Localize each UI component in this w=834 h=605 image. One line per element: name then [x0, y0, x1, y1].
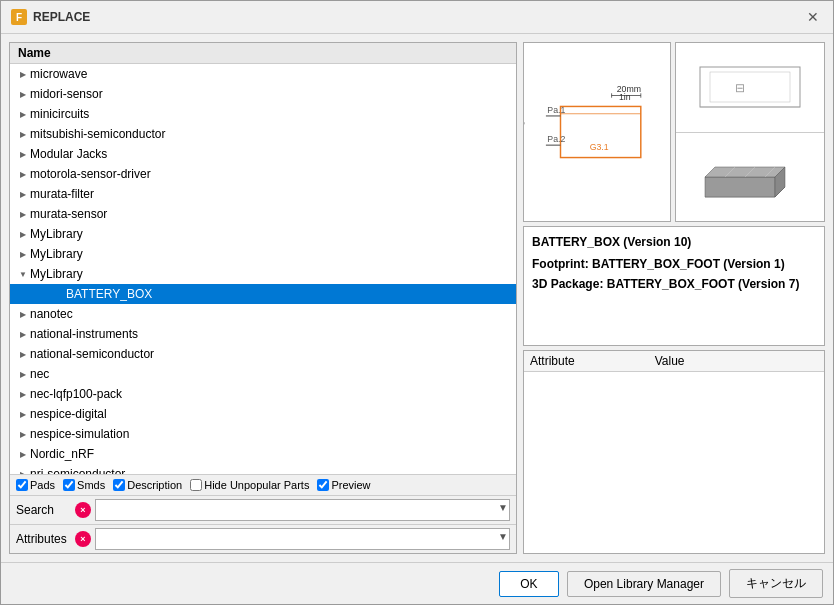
footprint-row: Footprint: BATTERY_BOX_FOOT (Version 1) [532, 257, 816, 271]
3d-perspective-view [676, 133, 824, 222]
list-item[interactable]: ▶nespice-simulation [10, 424, 516, 444]
attributes-input-wrap: ▼ [95, 528, 510, 550]
search-input[interactable] [95, 499, 510, 521]
list-item[interactable]: ▶Modular Jacks [10, 144, 516, 164]
cancel-button[interactable]: キャンセル [729, 569, 823, 598]
tree-arrow: ▶ [16, 427, 30, 441]
list-item[interactable]: ▶mitsubishi-semiconductor [10, 124, 516, 144]
list-item-label: mitsubishi-semiconductor [30, 127, 165, 141]
list-item[interactable]: ▶minicircuits [10, 104, 516, 124]
search-clear-button[interactable]: × [75, 502, 91, 518]
tree-arrow: ▶ [16, 147, 30, 161]
attributes-clear-button[interactable]: × [75, 531, 91, 547]
list-item-label: MyLibrary [30, 247, 83, 261]
hide-unpopular-checkbox[interactable] [190, 479, 202, 491]
preview-label[interactable]: Preview [331, 479, 370, 491]
tree-arrow: ▶ [16, 207, 30, 221]
hide-unpopular-label[interactable]: Hide Unpopular Parts [204, 479, 309, 491]
pads-checkbox[interactable] [16, 479, 28, 491]
tree-arrow: ▶ [16, 467, 30, 474]
svg-text:-: - [524, 122, 529, 125]
attributes-panel: Attribute Value [523, 350, 825, 554]
svg-text:Pa.2: Pa.2 [547, 134, 565, 144]
smds-checkbox[interactable] [63, 479, 75, 491]
list-item[interactable]: ▶nec [10, 364, 516, 384]
list-item[interactable]: ▶MyLibrary [10, 224, 516, 244]
footprint-value: BATTERY_BOX_FOOT (Version 1) [592, 257, 785, 271]
list-item-label: motorola-sensor-driver [30, 167, 151, 181]
dialog-icon: F [11, 9, 27, 25]
svg-rect-14 [710, 72, 790, 102]
tree-arrow [52, 287, 66, 301]
list-item[interactable]: ▶murata-sensor [10, 204, 516, 224]
part-info-panel: BATTERY_BOX (Version 10) Footprint: BATT… [523, 226, 825, 346]
svg-text:1in: 1in [619, 92, 631, 102]
list-item[interactable]: ▶MyLibrary [10, 244, 516, 264]
smds-label[interactable]: Smds [77, 479, 105, 491]
list-item[interactable]: ▶motorola-sensor-driver [10, 164, 516, 184]
close-button[interactable]: ✕ [803, 7, 823, 27]
list-item[interactable]: ▶nespice-digital [10, 404, 516, 424]
description-label[interactable]: Description [127, 479, 182, 491]
tree-arrow: ▶ [16, 347, 30, 361]
list-item-label: microwave [30, 67, 87, 81]
list-item[interactable]: ▶nanotec [10, 304, 516, 324]
dialog-title: REPLACE [33, 10, 90, 24]
description-checkbox[interactable] [113, 479, 125, 491]
component-list[interactable]: ▶microwave▶midori-sensor▶minicircuits▶mi… [10, 64, 516, 474]
filter-description: Description [113, 479, 182, 491]
list-item[interactable]: ▶midori-sensor [10, 84, 516, 104]
list-item[interactable]: ▼MyLibrary [10, 264, 516, 284]
attr-header: Attribute Value [524, 351, 824, 372]
attributes-label: Attributes [16, 532, 71, 546]
preview-checkbox[interactable] [317, 479, 329, 491]
list-item[interactable]: ▶national-instruments [10, 324, 516, 344]
list-item[interactable]: ▶national-semiconductor [10, 344, 516, 364]
attributes-dropdown-arrow[interactable]: ▼ [498, 531, 508, 542]
pads-label[interactable]: Pads [30, 479, 55, 491]
filter-hide-unpopular: Hide Unpopular Parts [190, 479, 309, 491]
tree-arrow: ▶ [16, 187, 30, 201]
list-item-label: murata-sensor [30, 207, 107, 221]
search-row: Search × ▼ [10, 495, 516, 524]
attr-col1: Attribute [530, 354, 575, 368]
list-item-label: nec-lqfp100-pack [30, 387, 122, 401]
list-item[interactable]: ▶murata-filter [10, 184, 516, 204]
package-row: 3D Package: BATTERY_BOX_FOOT (Version 7) [532, 277, 816, 291]
svg-text:G3.1: G3.1 [590, 142, 609, 152]
list-item[interactable]: ▶microwave [10, 64, 516, 84]
tree-arrow: ▶ [16, 307, 30, 321]
tree-arrow: ▶ [16, 447, 30, 461]
schematic-preview: Pa.1 Pa.2 - G3.1 20mm 1in [523, 42, 671, 222]
list-item-label: MyLibrary [30, 267, 83, 281]
package-label: 3D Package: [532, 277, 603, 291]
attributes-input[interactable] [95, 528, 510, 550]
list-item-label: nespice-digital [30, 407, 107, 421]
top-view-svg: ⊟ [690, 57, 810, 117]
svg-text:⊟: ⊟ [735, 81, 745, 95]
tree-arrow: ▶ [16, 407, 30, 421]
list-item-label: national-instruments [30, 327, 138, 341]
left-panel: Name ▶microwave▶midori-sensor▶minicircui… [9, 42, 517, 554]
search-input-wrap: ▼ [95, 499, 510, 521]
attr-body [524, 372, 824, 553]
svg-text:Pa.1: Pa.1 [547, 105, 565, 115]
bottom-bar: OK Open Library Manager キャンセル [1, 562, 833, 604]
right-panel: Pa.1 Pa.2 - G3.1 20mm 1in [523, 42, 825, 554]
3d-top-view: ⊟ [676, 43, 824, 133]
package-value: BATTERY_BOX_FOOT (Version 7) [607, 277, 800, 291]
attr-col2: Value [655, 354, 685, 368]
list-item-label: murata-filter [30, 187, 94, 201]
list-item[interactable]: ▶nec-lqfp100-pack [10, 384, 516, 404]
open-library-manager-button[interactable]: Open Library Manager [567, 571, 721, 597]
list-item[interactable]: BATTERY_BOX [10, 284, 516, 304]
perspective-svg [690, 142, 810, 212]
filter-preview: Preview [317, 479, 370, 491]
list-item[interactable]: ▶nrj-semiconductor [10, 464, 516, 474]
search-dropdown-arrow[interactable]: ▼ [498, 502, 508, 513]
ok-button[interactable]: OK [499, 571, 559, 597]
list-item[interactable]: ▶Nordic_nRF [10, 444, 516, 464]
tree-arrow: ▶ [16, 367, 30, 381]
svg-rect-13 [700, 67, 800, 107]
tree-arrow: ▶ [16, 67, 30, 81]
